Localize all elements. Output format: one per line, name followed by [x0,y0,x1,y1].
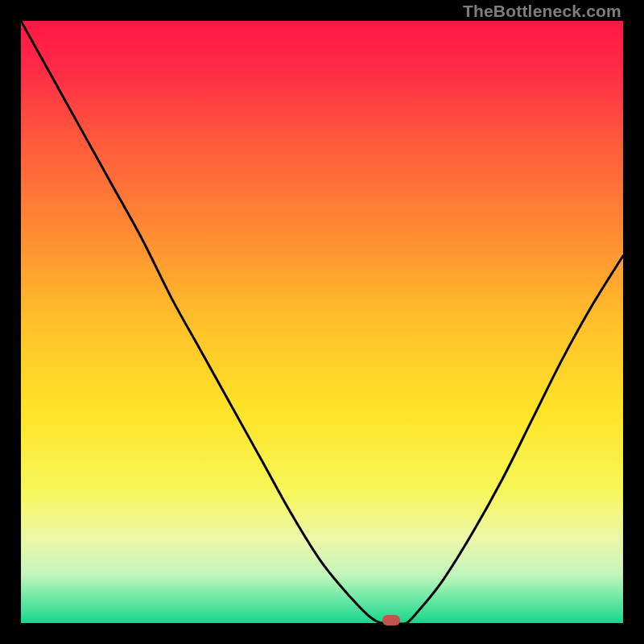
bottleneck-chart [21,21,623,623]
chart-frame [21,21,623,623]
chart-background [21,21,623,623]
attribution-label: TheBottleneck.com [463,2,621,21]
optimal-point-marker [382,615,400,625]
